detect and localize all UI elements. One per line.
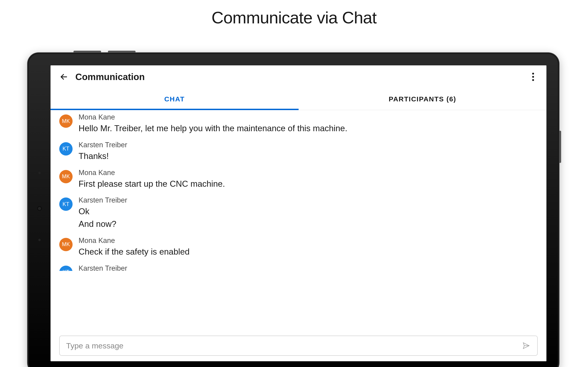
more-button[interactable] xyxy=(528,72,538,81)
message-text: First please start up the CNC machine. xyxy=(78,178,538,190)
message-body: Mona KaneFirst please start up the CNC m… xyxy=(78,169,538,190)
sender-name: Karsten Treiber xyxy=(78,196,538,204)
message-text: And now? xyxy=(78,218,538,231)
tablet-sensor xyxy=(38,239,41,241)
tablet-bezel: Communication CHAT PARTICIPANTS (6) MKMo… xyxy=(29,54,558,367)
tab-chat[interactable]: CHAT xyxy=(51,88,299,110)
message-body: Mona KaneCheck if the safety is enabled xyxy=(78,236,538,258)
avatar: MK xyxy=(59,115,73,128)
avatar: KT xyxy=(59,142,73,156)
avatar: MK xyxy=(59,170,73,183)
svg-point-3 xyxy=(532,79,534,81)
tablet-camera xyxy=(38,207,41,210)
tablet-hw-button xyxy=(559,131,561,163)
avatar: MK xyxy=(59,238,73,251)
message-text: Hello Mr. Treiber, let me help you with … xyxy=(78,122,538,135)
send-button[interactable] xyxy=(522,341,531,350)
composer-wrap xyxy=(59,336,538,356)
sender-name: Mona Kane xyxy=(78,169,538,177)
tab-participants[interactable]: PARTICIPANTS (6) xyxy=(299,88,547,110)
more-vertical-icon xyxy=(532,73,534,81)
svg-point-1 xyxy=(532,73,534,75)
chat-message: KTKarsten TreiberThanks! xyxy=(59,138,538,166)
tab-bar: CHAT PARTICIPANTS (6) xyxy=(51,88,546,110)
sender-name: Karsten Treiber xyxy=(78,141,538,149)
avatar: KT xyxy=(59,198,73,211)
sender-name: Karsten Treiber xyxy=(78,264,538,271)
message-body: Karsten TreiberOkAnd now? xyxy=(78,196,538,231)
chat-message: MKMona KaneFirst please start up the CNC… xyxy=(59,166,538,193)
app-header: Communication xyxy=(51,65,546,88)
tablet-frame: Communication CHAT PARTICIPANTS (6) MKMo… xyxy=(27,53,559,367)
message-body: Karsten TreiberThanks! xyxy=(78,141,538,163)
sender-name: Mona Kane xyxy=(78,113,538,121)
chat-message: MKMona KaneHello Mr. Treiber, let me hel… xyxy=(59,110,538,138)
tablet-hw-button xyxy=(73,51,101,53)
tablet-hw-button xyxy=(108,51,136,53)
back-button[interactable] xyxy=(59,72,69,81)
chat-scroll-area[interactable]: MKMona KaneHello Mr. Treiber, let me hel… xyxy=(51,110,546,330)
chat-message: MKMona KaneCheck if the safety is enable… xyxy=(59,234,538,261)
message-text: Check if the safety is enabled xyxy=(78,246,538,258)
arrow-left-icon xyxy=(60,73,68,81)
app-screen: Communication CHAT PARTICIPANTS (6) MKMo… xyxy=(51,65,546,361)
svg-point-2 xyxy=(532,76,534,78)
message-body: Karsten Treiber xyxy=(78,264,538,271)
tablet-sensor xyxy=(38,172,41,174)
composer xyxy=(51,330,546,361)
chat-message: KTKarsten TreiberOkAnd now? xyxy=(59,193,538,234)
page-heading: Communicate via Chat xyxy=(0,8,588,27)
chat-message: KTKarsten Treiber xyxy=(59,261,538,271)
message-text: Ok xyxy=(78,205,538,218)
sender-name: Mona Kane xyxy=(78,236,538,245)
message-input[interactable] xyxy=(66,341,522,350)
avatar: KT xyxy=(59,266,73,271)
message-text: Thanks! xyxy=(78,150,538,163)
message-body: Mona KaneHello Mr. Treiber, let me help … xyxy=(78,113,538,135)
send-icon xyxy=(522,342,530,350)
page-title: Communication xyxy=(75,72,145,82)
